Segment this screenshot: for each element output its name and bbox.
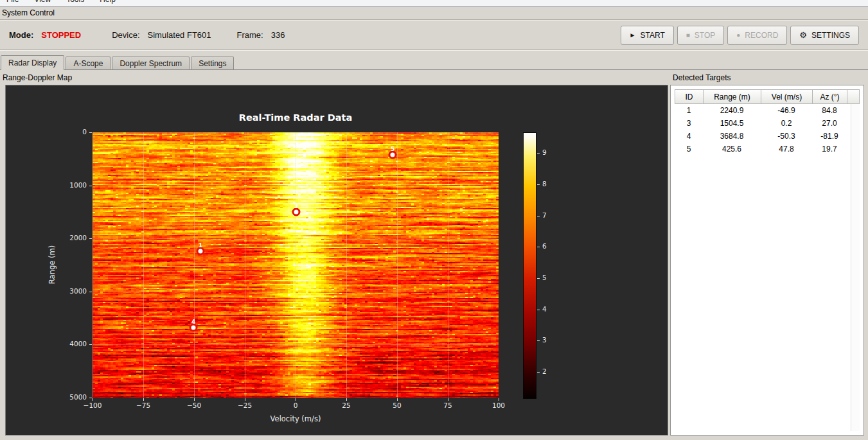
target-row[interactable]: 43684.8-50.3-81.9	[675, 130, 860, 143]
column-header-az-[interactable]: Az (°)	[813, 89, 847, 104]
x-tick-label: −50	[178, 401, 210, 409]
tab-doppler-spectrum[interactable]: Doppler Spectrum	[112, 57, 190, 69]
target-cell: 5	[675, 145, 703, 154]
x-tick-mark	[194, 398, 195, 401]
x-tick-mark	[245, 398, 245, 401]
range-doppler-plot: Real-Time Radar Data 1345 Range (m) Velo…	[5, 85, 668, 436]
colorbar-tick-mark	[537, 340, 540, 341]
target-cell: -46.9	[761, 106, 812, 115]
x-tick-label: 0	[279, 401, 312, 409]
device-label: Device:	[112, 30, 139, 40]
tab-settings[interactable]: Settings	[191, 57, 234, 69]
colorbar-tick-label: 9	[542, 148, 547, 156]
play-icon: ►	[630, 32, 636, 39]
tab-content: Range-Doppler Map Detected Targets Real-…	[0, 70, 868, 440]
button-label: SETTINGS	[811, 31, 850, 40]
y-tick-mark	[89, 398, 92, 398]
target-cell: 425.6	[703, 145, 761, 154]
record-button[interactable]: ●RECORD	[727, 26, 787, 45]
targets-table-body: 12240.9-46.984.831504.50.227.043684.8-50…	[675, 104, 860, 155]
gear-icon: ⚙	[799, 31, 807, 39]
y-tick-mark	[89, 132, 92, 133]
targets-table-scrollbar[interactable]	[851, 104, 860, 431]
target-row[interactable]: 12240.9-46.984.8	[675, 104, 860, 117]
frame-value: 336	[271, 30, 285, 40]
x-tick-mark	[448, 398, 448, 401]
mode-value: STOPPED	[41, 30, 81, 40]
x-tick-mark	[143, 398, 144, 401]
target-cell: 1504.5	[703, 119, 761, 128]
y-tick-label: 2000	[6, 234, 87, 242]
detected-targets-panel: IDRange (m)Vel (m/s)Az (°) 12240.9-46.98…	[670, 85, 864, 436]
x-tick-label: 75	[432, 401, 464, 409]
x-tick-mark	[499, 398, 499, 401]
y-tick-label: 1000	[6, 181, 87, 189]
system-control-title: System Control	[2, 8, 55, 17]
y-tick-label: 4000	[6, 340, 87, 348]
colorbar-tick-label: 3	[542, 336, 547, 344]
target-marker-label: 4	[191, 319, 196, 325]
x-tick-mark	[93, 398, 93, 401]
groupbox-bottom-border	[0, 49, 868, 51]
target-row[interactable]: 5425.647.819.7	[675, 143, 860, 155]
x-tick-mark	[397, 398, 398, 401]
target-row[interactable]: 31504.50.227.0	[675, 117, 860, 130]
y-tick-mark	[89, 344, 92, 345]
x-tick-label: 25	[330, 401, 362, 409]
y-tick-mark	[89, 186, 92, 186]
colorbar-tick-mark	[537, 184, 540, 185]
colorbar-tick-mark	[537, 216, 540, 216]
y-tick-mark	[89, 292, 92, 292]
column-header-id[interactable]: ID	[675, 89, 704, 104]
x-tick-mark	[346, 398, 347, 401]
target-marker-label: 1	[198, 242, 202, 249]
target-cell: 3	[675, 119, 703, 128]
button-label: STOP	[695, 31, 715, 40]
y-tick-mark	[89, 238, 92, 239]
colorbar-tick-label: 6	[542, 242, 547, 250]
device-value: Simulated FT601	[148, 30, 211, 40]
menu-bar: FileViewToolsHelp	[0, 0, 868, 7]
x-tick-label: 50	[381, 401, 413, 409]
tab-bar: Radar DisplayA-ScopeDoppler SpectrumSett…	[0, 55, 868, 70]
target-cell: 4	[675, 132, 703, 141]
record-icon: ●	[736, 32, 740, 39]
button-label: RECORD	[745, 31, 778, 40]
target-cell: -50.3	[761, 132, 812, 141]
y-tick-label: 3000	[6, 287, 87, 295]
frame-label: Frame:	[237, 30, 263, 40]
colorbar-tick-mark	[537, 310, 540, 310]
colorbar-tick-label: 8	[542, 180, 547, 188]
stop-button[interactable]: ■STOP	[677, 26, 725, 45]
menu-item-file[interactable]: File	[6, 0, 19, 6]
x-tick-label: −75	[127, 401, 159, 409]
colorbar-tick-label: 7	[542, 211, 547, 219]
target-marker-label: 5	[391, 146, 395, 152]
colorbar-tick-mark	[537, 278, 540, 279]
colorbar-tick-label: 2	[542, 367, 547, 375]
colorbar-tick-mark	[537, 372, 540, 373]
column-header-range-m-[interactable]: Range (m)	[704, 89, 761, 104]
colorbar	[523, 132, 536, 399]
targets-table-header: IDRange (m)Vel (m/s)Az (°)	[675, 89, 860, 104]
range-doppler-map-label: Range-Doppler Map	[3, 73, 72, 82]
settings-button[interactable]: ⚙SETTINGS	[790, 26, 859, 45]
menu-item-tools[interactable]: Tools	[66, 0, 84, 6]
colorbar-tick-label: 5	[542, 274, 547, 281]
target-cell: 27.0	[812, 119, 847, 128]
tab-radar-display[interactable]: Radar Display	[1, 55, 64, 70]
button-label: START	[641, 31, 665, 40]
menu-item-view[interactable]: View	[34, 0, 51, 6]
column-header-vel-m-s-[interactable]: Vel (m/s)	[761, 89, 813, 104]
detected-targets-label: Detected Targets	[673, 73, 731, 82]
target-marker-label: 3	[294, 203, 298, 209]
y-tick-label: 0	[6, 128, 87, 136]
x-tick-label: −100	[76, 401, 109, 409]
colorbar-tick-mark	[537, 153, 540, 154]
tab-a-scope[interactable]: A-Scope	[66, 57, 111, 69]
target-cell: 1	[675, 106, 703, 115]
menu-item-help[interactable]: Help	[100, 0, 116, 6]
start-button[interactable]: ►START	[621, 26, 674, 45]
range-doppler-heatmap	[93, 132, 499, 398]
y-axis-label: Range (m)	[48, 245, 57, 284]
